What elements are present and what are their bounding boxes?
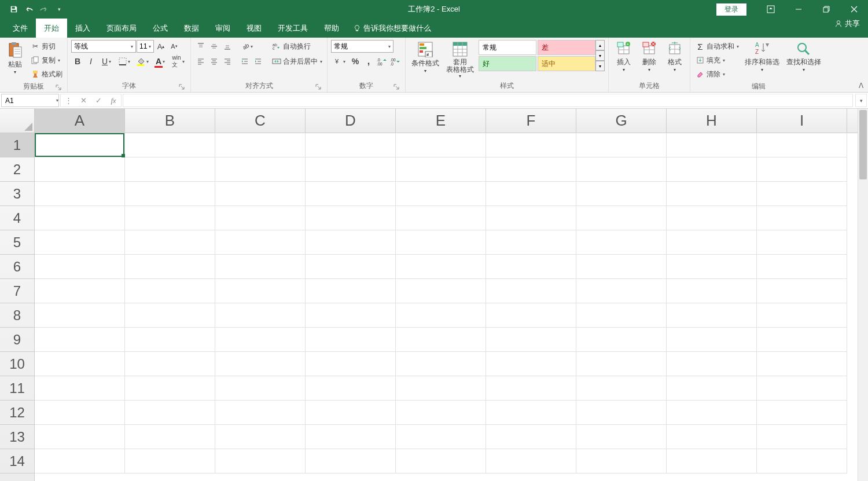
row-header-2[interactable]: 2 (0, 157, 34, 182)
row-header-7[interactable]: 7 (0, 279, 34, 303)
cell[interactable] (125, 255, 215, 279)
cell[interactable] (306, 449, 396, 473)
decrease-indent-button[interactable] (238, 55, 251, 68)
cell-style-neutral[interactable]: 适中 (538, 56, 595, 71)
row-header-5[interactable]: 5 (0, 230, 34, 255)
cell[interactable] (35, 230, 125, 255)
save-icon[interactable] (8, 3, 20, 15)
cell[interactable] (396, 401, 486, 425)
cell[interactable] (306, 279, 396, 303)
clear-button[interactable]: 清除 ▾ (694, 68, 740, 80)
cell[interactable] (576, 182, 667, 206)
accounting-format-button[interactable]: ¥▾ (331, 55, 348, 68)
cell[interactable] (486, 425, 576, 449)
cell[interactable] (35, 303, 125, 328)
cell[interactable] (667, 230, 757, 255)
cell[interactable] (667, 449, 757, 473)
cell[interactable] (125, 230, 215, 255)
merge-center-button[interactable]: 合并后居中▾ (270, 55, 323, 68)
cell[interactable] (35, 157, 125, 182)
cell[interactable] (125, 279, 215, 303)
cell[interactable] (757, 328, 847, 352)
cell-style-normal[interactable]: 常规 (479, 40, 536, 55)
clipboard-dialog-launcher[interactable] (56, 85, 62, 91)
cell[interactable] (125, 206, 215, 230)
column-header-B[interactable]: B (125, 109, 215, 133)
increase-decimal-button[interactable]: .0.00 (376, 55, 388, 68)
cell[interactable] (667, 328, 757, 352)
cell[interactable] (215, 425, 306, 449)
row-header-6[interactable]: 6 (0, 255, 34, 279)
cell[interactable] (757, 230, 847, 255)
cancel-formula-button[interactable]: ✕ (76, 96, 91, 105)
cell[interactable] (486, 206, 576, 230)
cell[interactable] (486, 133, 576, 157)
column-header-D[interactable]: D (306, 109, 396, 133)
cell[interactable] (667, 182, 757, 206)
row-header-1[interactable]: 1 (0, 133, 34, 157)
cell[interactable] (396, 133, 486, 157)
cell[interactable] (125, 182, 215, 206)
cell[interactable] (667, 255, 757, 279)
paste-button[interactable]: 粘贴 ▾ (3, 40, 27, 76)
cell[interactable] (396, 352, 486, 376)
maximize-button[interactable] (812, 0, 840, 19)
cell[interactable] (396, 425, 486, 449)
sort-filter-button[interactable]: AZ排序和筛选▾ (742, 40, 782, 74)
fx-button[interactable]: fx (106, 96, 121, 105)
cell[interactable] (306, 303, 396, 328)
cells-area[interactable] (35, 133, 858, 481)
cell[interactable] (125, 376, 215, 401)
tab-pagelayout[interactable]: 页面布局 (98, 19, 145, 38)
row-header-9[interactable]: 9 (0, 328, 34, 352)
cell[interactable] (486, 328, 576, 352)
cell[interactable] (576, 352, 667, 376)
tab-home[interactable]: 开始 (36, 19, 67, 38)
cell[interactable] (486, 255, 576, 279)
find-select-button[interactable]: 查找和选择▾ (784, 40, 823, 74)
align-right-button[interactable] (221, 55, 234, 68)
login-button[interactable]: 登录 (716, 3, 746, 16)
font-dialog-launcher[interactable] (179, 84, 186, 91)
cell[interactable] (667, 376, 757, 401)
comma-button[interactable]: , (362, 55, 375, 68)
formula-options-button[interactable]: ⋮ (61, 96, 76, 105)
italic-button[interactable]: I (84, 55, 97, 68)
cell[interactable] (667, 279, 757, 303)
row-header-13[interactable]: 13 (0, 425, 34, 449)
cell[interactable] (125, 449, 215, 473)
cell[interactable] (667, 133, 757, 157)
tab-view[interactable]: 视图 (238, 19, 270, 38)
cell[interactable] (35, 376, 125, 401)
percent-button[interactable]: % (349, 55, 362, 68)
row-header-8[interactable]: 8 (0, 303, 34, 328)
format-cells-button[interactable]: 格式▾ (663, 40, 686, 74)
cell[interactable] (125, 401, 215, 425)
decrease-font-button[interactable]: A▾ (168, 40, 181, 53)
row-header-12[interactable]: 12 (0, 401, 34, 425)
cell[interactable] (35, 133, 125, 157)
tab-data[interactable]: 数据 (176, 19, 207, 38)
row-header-11[interactable]: 11 (0, 376, 34, 401)
cell[interactable] (757, 206, 847, 230)
column-header-A[interactable]: A (35, 109, 125, 133)
cell[interactable] (396, 206, 486, 230)
row-header-3[interactable]: 3 (0, 182, 34, 206)
autosum-button[interactable]: Σ自动求和 ▾ (694, 40, 740, 53)
alignment-dialog-launcher[interactable] (315, 84, 322, 91)
cell[interactable] (486, 182, 576, 206)
cell[interactable] (486, 230, 576, 255)
cell[interactable] (667, 157, 757, 182)
cell[interactable] (35, 255, 125, 279)
column-header-G[interactable]: G (576, 109, 667, 133)
tab-help[interactable]: 帮助 (316, 19, 347, 38)
expand-formula-bar-button[interactable]: ▾ (855, 94, 867, 107)
delete-cells-button[interactable]: 删除▾ (638, 40, 661, 74)
cell[interactable] (35, 401, 125, 425)
fill-color-button[interactable]: ▾ (134, 55, 151, 68)
align-top-button[interactable] (194, 40, 207, 53)
cell[interactable] (306, 425, 396, 449)
conditional-format-button[interactable]: ≠ 条件格式▾ (409, 40, 442, 75)
cell[interactable] (757, 133, 847, 157)
increase-font-button[interactable]: A▴ (155, 40, 167, 53)
